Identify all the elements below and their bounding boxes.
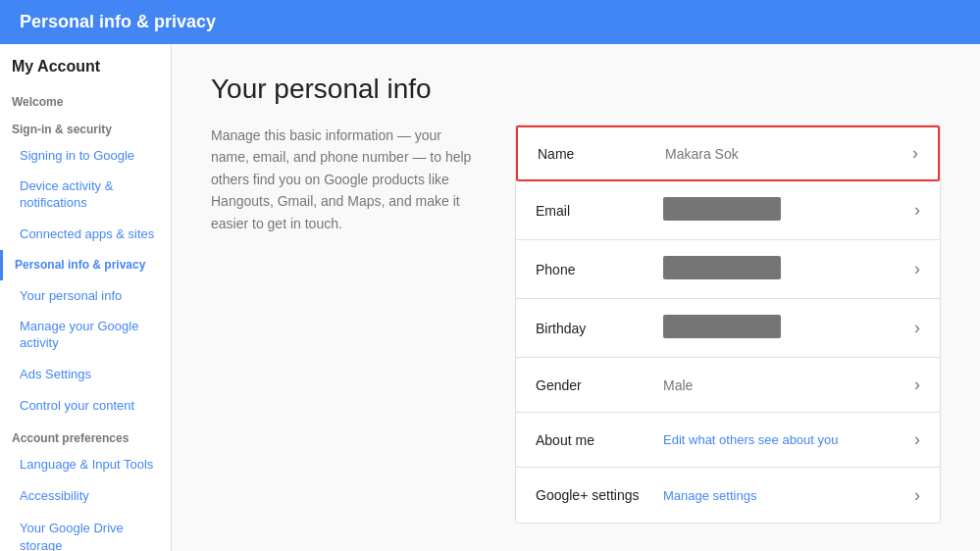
info-value-email (663, 197, 904, 224)
info-row-google-plus[interactable]: Google+ settings Manage settings › (516, 468, 940, 523)
sidebar: My Account Welcome Sign-in & security Si… (0, 44, 172, 551)
sidebar-item-ads-settings[interactable]: Ads Settings (0, 359, 171, 390)
birthday-blurred (663, 315, 781, 338)
info-label-gender: Gender (536, 377, 663, 393)
info-row-email[interactable]: Email › (516, 181, 940, 240)
sidebar-section-account-prefs: Account preferences (0, 422, 171, 449)
chevron-icon-gender: › (914, 375, 920, 395)
content-layout: Manage this basic information — your nam… (211, 125, 941, 524)
chevron-icon-name: › (912, 143, 918, 164)
info-label-phone: Phone (536, 262, 663, 277)
info-value-birthday (663, 315, 904, 341)
page-title: Your personal info (211, 74, 941, 105)
content-area: Your personal info Manage this basic inf… (172, 44, 980, 551)
info-label-name: Name (538, 146, 665, 162)
sidebar-item-accessibility[interactable]: Accessibility (0, 480, 171, 512)
info-label-email: Email (536, 203, 663, 219)
main-layout: My Account Welcome Sign-in & security Si… (0, 44, 980, 551)
info-row-birthday[interactable]: Birthday › (516, 299, 940, 358)
sidebar-item-connected-apps[interactable]: Connected apps & sites (0, 219, 171, 250)
sidebar-item-device-activity[interactable]: Device activity & notifications (0, 172, 171, 219)
info-row-name[interactable]: Name Makara Sok › (516, 125, 940, 181)
chevron-icon-phone: › (914, 259, 920, 279)
sidebar-section-welcome: Welcome (0, 85, 171, 113)
info-value-phone (663, 256, 904, 282)
info-row-about-me[interactable]: About me Edit what others see about you … (516, 413, 940, 468)
info-label-birthday: Birthday (536, 321, 663, 336)
info-value-google-plus: Manage settings (663, 488, 904, 503)
sidebar-item-manage-google-activity[interactable]: Manage your Google activity (0, 312, 171, 359)
info-value-name: Makara Sok (665, 146, 903, 162)
sidebar-item-control-content[interactable]: Control your content (0, 390, 171, 422)
chevron-icon-about-me: › (914, 429, 920, 450)
page-header: Personal info & privacy (0, 0, 980, 44)
info-value-gender: Male (663, 377, 904, 393)
phone-blurred (663, 256, 781, 279)
info-label-about-me: About me (536, 432, 663, 448)
info-label-google-plus: Google+ settings (536, 487, 663, 503)
chevron-icon-google-plus: › (914, 485, 920, 506)
info-value-about-me: Edit what others see about you (663, 432, 904, 447)
sidebar-item-google-drive-storage[interactable]: Your Google Drive storage (0, 513, 171, 551)
sidebar-app-title: My Account (0, 44, 171, 85)
sidebar-section-signin: Sign-in & security (0, 113, 171, 140)
email-blurred (663, 197, 781, 221)
sidebar-item-language-input[interactable]: Language & Input Tools (0, 449, 171, 480)
info-row-phone[interactable]: Phone › (516, 240, 940, 299)
chevron-icon-birthday: › (914, 318, 920, 338)
sidebar-item-your-personal-info[interactable]: Your personal info (0, 280, 171, 312)
description-text: Manage this basic information — your nam… (211, 125, 476, 524)
sidebar-item-signing-in[interactable]: Signing in to Google (0, 140, 171, 172)
header-title: Personal info & privacy (20, 12, 216, 31)
chevron-icon-email: › (914, 200, 920, 221)
info-table: Name Makara Sok › Email › Phone › (515, 125, 941, 524)
sidebar-section-personal-info[interactable]: Personal info & privacy (0, 250, 171, 280)
info-row-gender[interactable]: Gender Male › (516, 358, 940, 413)
